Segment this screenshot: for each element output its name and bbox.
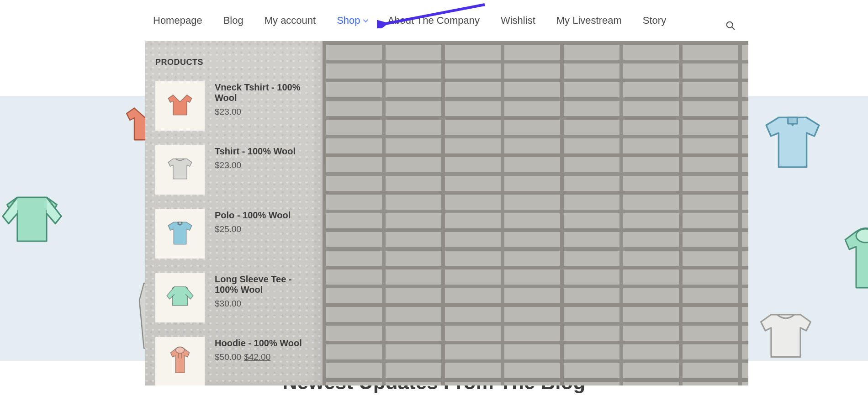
svg-point-1 (856, 229, 868, 243)
product-price: $23.00 (215, 160, 296, 170)
product-name[interactable]: Vneck Tshirt - 100% Wool (215, 82, 312, 103)
nav-blog[interactable]: Blog (223, 15, 243, 26)
product-thumb[interactable] (155, 209, 205, 259)
nav-label: Shop (337, 15, 360, 26)
product-item: Vneck Tshirt - 100% Wool$23.00 (155, 81, 312, 131)
nav-homepage[interactable]: Homepage (153, 15, 202, 26)
products-heading: PRODUCTS (155, 58, 203, 67)
product-price: $23.00 (215, 107, 312, 117)
product-price: $30.00 (215, 299, 312, 309)
product-item: Tshirt - 100% Wool$23.00 (155, 145, 312, 195)
chevron-down-icon (363, 17, 368, 22)
nav-my-account[interactable]: My account (265, 15, 316, 26)
deco-polo-right (754, 105, 831, 183)
deco-longsleeve-left (0, 183, 69, 256)
product-name[interactable]: Tshirt - 100% Wool (215, 146, 296, 157)
product-price: $50.00$42.00 (215, 352, 302, 362)
nav-livestream[interactable]: My Livestream (556, 15, 622, 26)
product-name[interactable]: Hoodie - 100% Wool (215, 338, 302, 348)
nav-label: About The Company (388, 15, 480, 26)
product-name[interactable]: Polo - 100% Wool (215, 210, 291, 221)
nav-label: My Livestream (556, 15, 622, 26)
deco-tshirt-bottom-right (749, 301, 822, 375)
primary-nav: Homepage Blog My account Shop About The … (153, 0, 666, 41)
svg-point-6 (175, 347, 184, 354)
product-info: Vneck Tshirt - 100% Wool$23.00 (215, 81, 312, 117)
svg-rect-0 (788, 117, 797, 124)
svg-line-3 (732, 27, 734, 29)
product-name[interactable]: Long Sleeve Tee - 100% Wool (215, 274, 312, 295)
nav-label: Blog (223, 15, 243, 26)
product-thumb[interactable] (155, 81, 205, 131)
product-thumb[interactable] (155, 337, 205, 385)
megamenu-brick-bg (323, 41, 748, 385)
nav-label: Wishlist (501, 15, 535, 26)
nav-label: Story (643, 15, 666, 26)
nav-label: My account (265, 15, 316, 26)
product-new-price: $42.00 (244, 352, 270, 362)
product-price: $25.00 (215, 224, 291, 234)
product-info: Long Sleeve Tee - 100% Wool$30.00 (215, 273, 312, 309)
nav-label: Homepage (153, 15, 202, 26)
product-thumb[interactable] (155, 145, 205, 195)
svg-rect-5 (178, 222, 182, 225)
megamenu-products-panel: PRODUCTS Vneck Tshirt - 100% Wool$23.00T… (145, 41, 323, 385)
product-item: Long Sleeve Tee - 100% Wool$30.00 (155, 273, 312, 322)
deco-hoodie-right (831, 224, 868, 311)
product-info: Polo - 100% Wool$25.00 (215, 209, 291, 234)
product-info: Hoodie - 100% Wool$50.00$42.00 (215, 337, 302, 362)
product-thumb[interactable] (155, 273, 205, 322)
nav-about[interactable]: About The Company (388, 15, 480, 26)
product-old-price: $50.00 (215, 352, 241, 362)
products-list: Vneck Tshirt - 100% Wool$23.00Tshirt - 1… (155, 81, 312, 385)
nav-wishlist[interactable]: Wishlist (501, 15, 535, 26)
product-item: Hoodie - 100% Wool$50.00$42.00 (155, 337, 312, 385)
nav-story[interactable]: Story (643, 15, 666, 26)
product-info: Tshirt - 100% Wool$23.00 (215, 145, 296, 170)
product-item: Polo - 100% Wool$25.00 (155, 209, 312, 259)
nav-shop[interactable]: Shop (337, 15, 366, 26)
shop-megamenu: PRODUCTS Vneck Tshirt - 100% Wool$23.00T… (145, 41, 748, 385)
search-icon[interactable] (725, 21, 736, 31)
top-navbar: Homepage Blog My account Shop About The … (0, 0, 868, 41)
